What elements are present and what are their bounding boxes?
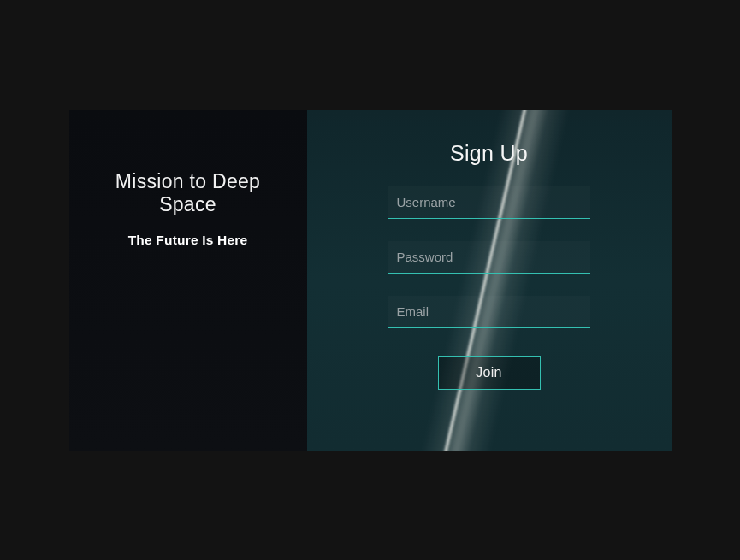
email-field-wrap [388, 296, 590, 328]
signup-form: Join [388, 186, 590, 390]
username-input[interactable] [388, 186, 590, 219]
username-field-wrap [388, 186, 590, 219]
hero-panel: Mission to Deep Space The Future Is Here [69, 110, 307, 451]
password-field-wrap [388, 241, 590, 274]
form-title: Sign Up [450, 141, 528, 166]
subheadline: The Future Is Here [86, 233, 290, 248]
join-button[interactable]: Join [438, 356, 541, 390]
signup-card: Mission to Deep Space The Future Is Here… [69, 110, 672, 451]
headline: Mission to Deep Space [86, 170, 290, 216]
form-panel: Sign Up Join [307, 110, 672, 451]
email-input[interactable] [388, 296, 590, 328]
password-input[interactable] [388, 241, 590, 274]
